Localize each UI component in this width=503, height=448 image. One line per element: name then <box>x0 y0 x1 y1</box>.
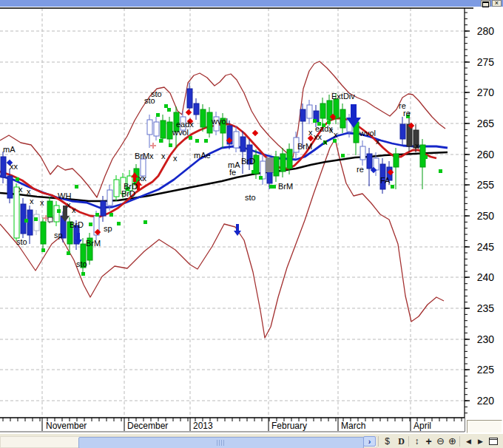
y-axis-tick-label: 220 <box>477 395 495 407</box>
previous-chart-button[interactable]: ◀ <box>463 435 474 447</box>
annotation-label: x <box>161 152 166 160</box>
annotation-label: x <box>149 152 154 160</box>
candle-body <box>54 206 59 222</box>
annotation-label: BrM <box>278 182 293 191</box>
red-diamond-icon <box>252 130 258 136</box>
toolbar-separator <box>459 436 460 447</box>
square-marker-icon <box>48 217 53 222</box>
signal-dot-icon <box>195 139 199 143</box>
annotation-label: re <box>403 109 411 118</box>
candle-body <box>194 103 199 115</box>
x-axis-month-label: 2013 <box>193 421 213 431</box>
h-scrollbar-thumb[interactable] <box>78 437 364 448</box>
periodicity-daily-button[interactable]: D <box>396 435 407 447</box>
candle-body <box>167 122 172 139</box>
candle-body <box>340 109 345 128</box>
x-axis-month-label: March <box>341 421 365 431</box>
annotation-label: x <box>27 187 31 196</box>
signal-dot-icon <box>391 185 394 189</box>
plot-area[interactable]: mAxxxxxxWHxxstospBrDspBrMstoBrDBrDxxBrMx… <box>0 8 465 418</box>
signal-dot-icon <box>333 139 337 143</box>
zoom-in-button[interactable]: ⊕ <box>447 435 458 447</box>
annotation-label: sto <box>16 237 27 246</box>
annotation-label: BrM <box>86 239 101 248</box>
toolbar-separator <box>378 436 379 447</box>
annotation-label: x <box>376 137 380 146</box>
annotation-label: FA <box>380 176 391 185</box>
annotation-label: mAe <box>194 151 211 160</box>
annotation-label: re <box>357 165 364 174</box>
annotation-label: wvol <box>359 129 376 138</box>
toolbar-separator <box>408 436 409 447</box>
annotation-label: sto <box>245 193 256 202</box>
signal-dot-icon <box>34 217 38 221</box>
annotation-label: x <box>415 141 419 150</box>
signal-dot-icon <box>156 113 160 117</box>
candle-body <box>47 201 53 219</box>
candle-body <box>200 109 206 127</box>
signal-dot-icon <box>439 169 442 173</box>
signal-dot-icon <box>252 170 255 174</box>
annotation-label: WH <box>58 191 71 200</box>
next-chart-button[interactable]: ▶ <box>475 435 486 447</box>
candle-body <box>161 121 166 138</box>
signal-dot-icon <box>75 185 78 189</box>
annotation-label: x <box>18 185 23 194</box>
red-diamond-icon <box>186 109 192 115</box>
vertical-scale-button[interactable]: ↕ <box>411 435 422 447</box>
pan-button[interactable]: + <box>423 435 434 447</box>
signal-dot-icon <box>159 139 163 143</box>
y-axis-tick-label: 280 <box>477 25 495 37</box>
update-data-button[interactable]: $ <box>382 435 393 447</box>
annotation-label: x <box>30 197 34 206</box>
signal-dot-icon <box>117 222 121 225</box>
signal-dot-icon <box>272 185 276 189</box>
candle-body <box>280 154 286 172</box>
annotation-label: x <box>308 128 313 137</box>
y-axis-tick-label: 255 <box>477 179 495 191</box>
signal-dot-icon <box>204 139 208 143</box>
signal-dot-icon <box>313 119 317 123</box>
signal-dot-icon <box>167 108 171 112</box>
signal-dot-icon <box>95 213 99 217</box>
signal-dot-icon <box>109 213 113 217</box>
signal-dot-icon <box>259 176 263 180</box>
x-axis-month-label: December <box>127 421 168 431</box>
signal-dot-icon <box>164 104 168 108</box>
annotation-label: xx <box>314 132 323 141</box>
signal-dot-icon <box>341 154 345 157</box>
candle-body <box>274 157 279 176</box>
zoom-out-button[interactable]: ⊖ <box>435 435 446 447</box>
h-scrollbar-track[interactable] <box>0 436 377 448</box>
y-axis-tick-label: 250 <box>477 210 495 222</box>
candle-body <box>27 210 33 235</box>
signal-dot-icon <box>57 209 61 213</box>
annotation-label: x <box>40 198 44 207</box>
chart-canvas[interactable]: mAxxxxxxWHxxstospBrDspBrMstoBrDBrDxxBrMx… <box>0 0 503 448</box>
interval-box[interactable] <box>467 420 502 433</box>
signal-dot-icon <box>41 248 45 252</box>
signal-dot-icon <box>189 136 192 140</box>
candle-body <box>154 122 159 136</box>
annotation-label: x <box>67 200 71 209</box>
h-scrollbar-right-arrow-icon[interactable]: › <box>363 436 376 447</box>
annotation-label: sto <box>76 259 87 268</box>
candle-body <box>287 149 292 169</box>
chart-list-icon[interactable] <box>489 438 498 445</box>
y-axis-tick-label: 265 <box>477 118 495 129</box>
signal-dot-icon <box>48 211 52 215</box>
candle-body <box>367 154 372 169</box>
y-axis-tick-label: 235 <box>477 302 495 314</box>
annotation-label: x <box>323 138 328 146</box>
y-axis-tick-label: 275 <box>477 56 495 68</box>
annotation-label: wvol <box>172 128 189 137</box>
candle-body <box>307 105 312 118</box>
candle-body <box>240 137 246 152</box>
gray-box-marker <box>266 157 274 172</box>
signal-dot-icon <box>424 155 428 159</box>
annotations-layer: mAxxxxxxWHxxstospBrDspBrMstoBrDBrDxxBrMx… <box>3 89 419 268</box>
candle-body <box>394 154 399 167</box>
y-axis-tick-label: 230 <box>477 333 495 345</box>
candle-body <box>41 222 46 244</box>
candle-body <box>7 176 13 198</box>
